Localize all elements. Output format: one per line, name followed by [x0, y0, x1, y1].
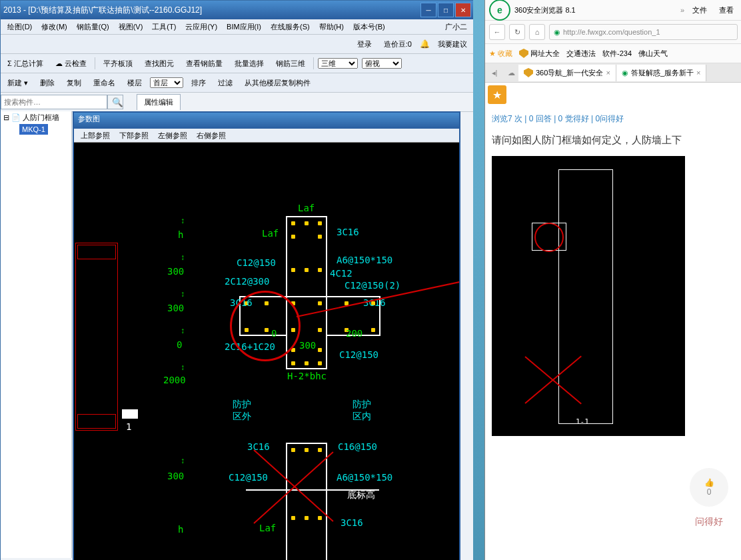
bell-icon[interactable]: 🔔 — [420, 39, 430, 49]
suggest-button[interactable]: 我要建议 — [434, 37, 471, 51]
rebar-3d-button[interactable]: 钢筋三维 — [272, 57, 309, 71]
thumb-label-1-1: 1-1 — [576, 417, 589, 426]
cloud-sync-icon[interactable]: ☁ — [504, 69, 518, 77]
wline — [286, 443, 287, 560]
browser-menu-view[interactable]: 查看 — [715, 4, 738, 17]
vote-button[interactable]: 👍 0 — [690, 468, 728, 507]
lbl-c16-150: C16@150 — [338, 441, 377, 452]
new-button[interactable]: 新建 ▾ — [3, 76, 32, 90]
menu-help[interactable]: 帮助(H) — [315, 21, 348, 33]
separator — [313, 57, 314, 69]
menu-rebar[interactable]: 钢筋量(Q) — [73, 21, 113, 33]
question-image[interactable]: 1-1 — [492, 156, 685, 436]
menu-modify[interactable]: 修改(M) — [37, 21, 71, 33]
dim-arrow: ↕ — [181, 253, 185, 262]
home-button[interactable]: ⌂ — [529, 24, 545, 40]
browser-menu-expand-icon[interactable]: » — [680, 6, 684, 14]
tree-root[interactable]: ⊟ 📄 人防门框墙 — [1, 111, 71, 124]
browser-menu-file[interactable]: 文件 — [688, 4, 711, 17]
layer-button[interactable]: 楼层 — [123, 76, 146, 90]
filter-button[interactable]: 过滤 — [214, 76, 237, 90]
rebar-dot — [318, 268, 322, 272]
bookmark-traffic[interactable]: 交通违法 — [566, 49, 596, 59]
back-button[interactable]: ← — [489, 24, 505, 40]
view-top-select[interactable]: 俯视 — [362, 58, 402, 69]
search-input[interactable] — [1, 95, 107, 109]
browser-name: 360安全浏览器 8.1 — [514, 5, 576, 15]
menu-draw[interactable]: 绘图(D) — [3, 21, 36, 33]
section-label-1: 1 — [126, 421, 131, 432]
param-menu-left[interactable]: 左侧参照 — [154, 129, 191, 142]
red-x-line — [253, 451, 333, 524]
lbl-4c12: 4C12 — [330, 268, 353, 279]
red-circle-main — [230, 291, 301, 361]
tab-close-icon[interactable]: × — [696, 69, 700, 77]
login-button[interactable]: 登录 — [353, 37, 376, 51]
tab-close-icon[interactable]: × — [606, 69, 610, 77]
view-rebar-button[interactable]: 查看钢筋量 — [182, 57, 227, 71]
browser-tab-360nav[interactable]: 360导航_新一代安全× — [518, 65, 616, 81]
param-menu-right[interactable]: 右侧参照 — [193, 129, 230, 142]
sum-button[interactable]: Σ 汇总计算 — [3, 57, 47, 71]
search-button[interactable]: 🔍 — [107, 95, 123, 109]
copy-from-button[interactable]: 从其他楼层复制构件 — [241, 76, 315, 90]
wline — [326, 216, 327, 369]
menu-version[interactable]: 版本号(B) — [349, 21, 389, 33]
rebar-dot — [291, 361, 295, 365]
favorites-button[interactable]: ★收藏 — [489, 49, 512, 59]
menu-bim[interactable]: BIM应用(I) — [223, 21, 265, 33]
menu-cloud[interactable]: 云应用(Y) — [181, 21, 221, 33]
price-label: 造价豆:0 — [380, 37, 416, 51]
user-name[interactable]: 广小二 — [441, 21, 471, 33]
vote-count: 0 — [707, 487, 712, 497]
reload-button[interactable]: ↻ — [509, 24, 525, 40]
rebar-dot — [318, 235, 322, 239]
tab-prev-button[interactable]: ◂| — [485, 69, 504, 77]
menu-online[interactable]: 在线服务(S) — [267, 21, 314, 33]
sort-button[interactable]: 排序 — [187, 76, 210, 90]
flat-top-button[interactable]: 平齐板顶 — [99, 57, 137, 71]
floor-select[interactable]: 首层 — [150, 77, 183, 88]
copy-button[interactable]: 复制 — [63, 76, 85, 90]
bookmark-weather[interactable]: 佛山天气 — [638, 49, 668, 59]
view-3d-select[interactable]: 三维 — [318, 58, 358, 69]
tab-property-edit[interactable]: 属性编辑 — [137, 94, 181, 110]
thumb-outline — [558, 169, 613, 424]
menu-tools[interactable]: 工具(T) — [148, 21, 180, 33]
toolbar-calc: Σ 汇总计算 ☁ 云检查 平齐板顶 查找图元 查看钢筋量 批量选择 钢筋三维 三… — [1, 54, 474, 73]
lbl-c12-150c: C12@150 — [229, 472, 268, 483]
close-button[interactable]: ✕ — [455, 3, 471, 17]
cloud-check-button[interactable]: ☁ 云检查 — [51, 57, 91, 71]
minimize-button[interactable]: ─ — [420, 3, 436, 17]
dim-0: 0 — [177, 339, 182, 350]
delete-button[interactable]: 删除 — [36, 76, 59, 90]
menu-view[interactable]: 视图(V) — [115, 21, 147, 33]
wline — [286, 443, 327, 444]
bookmark-sites[interactable]: 网址大全 — [519, 49, 560, 59]
browser-content: 浏览7 次 | 0 回答 | 0 觉得好 | 0问得好 请问如图人防门框墙如何定… — [485, 107, 741, 449]
separator — [95, 57, 95, 69]
find-elem-button[interactable]: 查找图元 — [141, 57, 178, 71]
browser-titlebar: e 360安全浏览器 8.1 » 文件 查看 — [485, 0, 741, 21]
lbl-3c16d: 3C16 — [247, 441, 270, 452]
param-menu-bottom[interactable]: 下部参照 — [115, 129, 153, 142]
tree-child-selected[interactable]: MKQ-1 — [19, 124, 48, 135]
maximize-button[interactable]: □ — [438, 3, 454, 17]
lbl-zone-in: 防护 区内 — [353, 399, 371, 423]
bookmark-software[interactable]: 软件-234 — [602, 49, 632, 59]
sidebar-favorite-button[interactable]: ★ — [488, 85, 506, 104]
rebar-dot — [305, 268, 309, 272]
tree-root-label: 人防门框墙 — [23, 113, 59, 121]
cad-canvas[interactable]: 1 h 300 300 0 2000 300 h ↕ ↕ ↕ ↕ ↕ ↕ — [74, 143, 459, 560]
rename-button[interactable]: 重命名 — [89, 76, 119, 90]
rebar-dot — [305, 516, 309, 520]
batch-select-button[interactable]: 批量选择 — [231, 57, 268, 71]
browser-tabs: ◂| ☁ 360导航_新一代安全× ◉答疑解惑_服务新干× — [485, 63, 741, 83]
param-menu-top[interactable]: 上部参照 — [77, 129, 114, 142]
dim-300-a: 300 — [167, 266, 184, 277]
url-bar[interactable]: ◉http://e.fwxgx.com/question_1 — [549, 24, 738, 40]
tab-label: 360导航_新一代安全 — [536, 68, 603, 78]
browser-tab-qa[interactable]: ◉答疑解惑_服务新干× — [616, 65, 707, 81]
browser-window: e 360安全浏览器 8.1 » 文件 查看 ← ↻ ⌂ ◉http://e.f… — [484, 0, 741, 560]
rebar-dot — [318, 328, 322, 332]
